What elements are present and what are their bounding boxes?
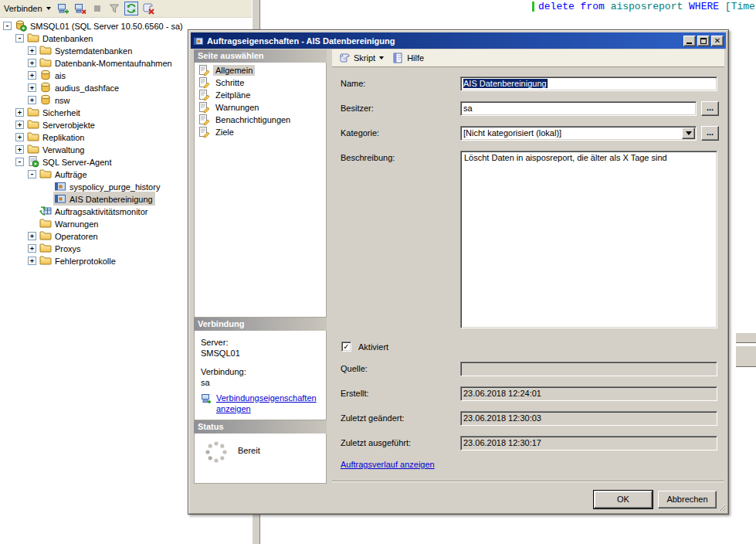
page-item-ziele[interactable]: Ziele	[195, 126, 326, 138]
filter-icon	[107, 2, 121, 15]
background-window-fragment	[736, 332, 756, 343]
progress-spinner-icon	[204, 440, 229, 464]
owner-browse-button[interactable]: ...	[701, 101, 719, 116]
expand-icon[interactable]: +	[28, 232, 36, 240]
connect-server-icon[interactable]	[56, 2, 70, 15]
agent-icon	[27, 155, 39, 168]
connection-header: Verbindung	[194, 318, 327, 331]
category-dropdown[interactable]: [Nicht kategorisiert (lokal)]	[460, 126, 697, 141]
connection-value: sa	[201, 377, 321, 388]
script-error-icon[interactable]	[141, 2, 155, 15]
owner-input[interactable]: sa	[460, 101, 697, 116]
last-executed-label: Zuletzt ausgeführt:	[341, 438, 411, 447]
tree-item-label: Sicherheit	[42, 107, 80, 117]
page-item-warnungen[interactable]: Warnungen	[195, 101, 326, 114]
description-textarea[interactable]: Löscht Daten in aisposreport, die älter …	[460, 151, 717, 328]
page-item-label: Warnungen	[213, 102, 261, 113]
dropdown-button[interactable]	[682, 128, 695, 139]
expand-icon[interactable]: +	[28, 83, 36, 92]
connect-button[interactable]: Verbinden	[2, 2, 53, 15]
view-connection-properties-link[interactable]: Verbindungseigenschaften anzeigen	[216, 393, 313, 414]
sql-token: WHERE	[683, 1, 725, 12]
refresh-icon[interactable]	[124, 2, 138, 15]
expand-icon[interactable]: +	[15, 108, 24, 117]
tree-item-label: Proxys	[55, 243, 81, 253]
text-caret	[547, 79, 548, 88]
collapse-icon[interactable]: -	[28, 170, 36, 178]
folder-icon	[27, 143, 39, 155]
enabled-checkbox[interactable]: ✓	[341, 342, 351, 352]
expand-icon[interactable]: +	[28, 46, 36, 55]
disconnect-server-icon[interactable]	[73, 2, 87, 15]
close-button[interactable]: ✕	[711, 36, 724, 46]
server-label: Server:	[201, 337, 321, 348]
enabled-label: Aktiviert	[358, 342, 388, 352]
database-icon	[39, 69, 52, 81]
server-icon	[15, 19, 27, 32]
page-item-benachrichtigungen[interactable]: Benachrichtigungen	[195, 114, 326, 126]
job-properties-dialog: Auftragseigenschaften - AIS Datenbereini…	[188, 29, 729, 515]
expand-icon[interactable]: +	[15, 133, 24, 141]
expand-icon[interactable]: +	[28, 59, 36, 67]
collapse-icon[interactable]: -	[15, 158, 24, 166]
expand-icon[interactable]: +	[28, 244, 36, 253]
page-item-zeitplaene[interactable]: Zeitpläne	[195, 89, 326, 101]
tree-item-label: SQL Server-Agent	[42, 157, 111, 167]
help-button-label: Hilfe	[407, 53, 424, 63]
page-item-label: Allgemein	[213, 65, 255, 76]
dialog-titlebar[interactable]: Auftragseigenschaften - AIS Datenbereini…	[191, 32, 726, 49]
maximize-button[interactable]	[697, 36, 710, 46]
expand-icon[interactable]: +	[28, 96, 36, 104]
tree-item-label: Datenbanken	[42, 33, 93, 43]
server-value: SMSQL01	[201, 348, 321, 359]
sql-statement: delete from aisposreport WHERE [Timestam…	[538, 1, 756, 12]
help-button[interactable]: Hilfe	[388, 50, 427, 66]
help-icon	[392, 52, 404, 64]
script-button[interactable]: Skript	[335, 50, 387, 66]
page-item-schritte[interactable]: Schritte	[195, 76, 326, 89]
connection-label: Verbindung:	[201, 366, 321, 377]
app-window: Verbinden - SMSQL01 (SQL Server 10.50.65…	[0, 0, 756, 544]
last-modified-label: Zuletzt geändert:	[341, 413, 405, 423]
expand-icon[interactable]: +	[28, 71, 36, 80]
owner-label: Besitzer:	[341, 104, 374, 113]
last-executed-field: 23.06.2018 12:30:17	[460, 436, 717, 450]
connection-panel: Server: SMSQL01 Verbindung: sa Verbindun…	[194, 331, 327, 420]
expander-spacer	[42, 195, 51, 203]
category-label: Kategorie:	[341, 128, 379, 138]
database-icon	[39, 94, 52, 106]
tree-item-label: Fehlerprotokolle	[55, 256, 116, 266]
tree-item-label: Verwaltung	[42, 144, 84, 155]
tree-item-label: Warnungen	[55, 219, 98, 229]
expand-icon[interactable]: +	[15, 145, 24, 154]
activity-monitor-icon	[39, 205, 52, 217]
tree-item-label: Replikation	[42, 132, 84, 142]
tree-item-label: SMSQL01 (SQL Server 10.50.6560 - sa)	[30, 21, 183, 31]
expander-spacer	[42, 182, 51, 191]
expander-spacer	[28, 219, 36, 228]
connect-button-label: Verbinden	[4, 4, 42, 13]
resize-grip[interactable]	[716, 502, 726, 512]
database-icon	[39, 81, 52, 94]
cancel-button[interactable]: Abbrechen	[658, 491, 717, 508]
expand-icon[interactable]: +	[28, 257, 36, 265]
chevron-down-icon	[46, 7, 51, 10]
category-browse-button[interactable]: ...	[701, 126, 719, 141]
view-job-history-link[interactable]: Auftragsverlauf anzeigen	[341, 460, 435, 469]
tree-item-label: Datenbank-Momentaufnahmen	[55, 58, 172, 68]
folder-icon	[39, 230, 52, 242]
name-input[interactable]: AIS Datenbereinigung	[460, 76, 717, 91]
expand-icon[interactable]: +	[15, 121, 24, 129]
collapse-icon[interactable]: -	[3, 22, 12, 30]
page-item-allgemein[interactable]: Allgemein	[195, 64, 326, 76]
script-button-label: Skript	[354, 53, 375, 63]
sql-token: [Timestamp]	[725, 1, 756, 12]
ok-button[interactable]: OK	[594, 491, 653, 508]
collapse-icon[interactable]: -	[15, 34, 24, 42]
folder-icon	[27, 32, 39, 44]
tree-item-label: AIS Datenbereinigung	[69, 194, 153, 204]
background-window-fragment	[736, 345, 756, 367]
tree-item-label: syspolicy_purge_history	[69, 182, 160, 192]
source-label: Quelle:	[341, 364, 368, 373]
minimize-button[interactable]	[683, 36, 696, 46]
